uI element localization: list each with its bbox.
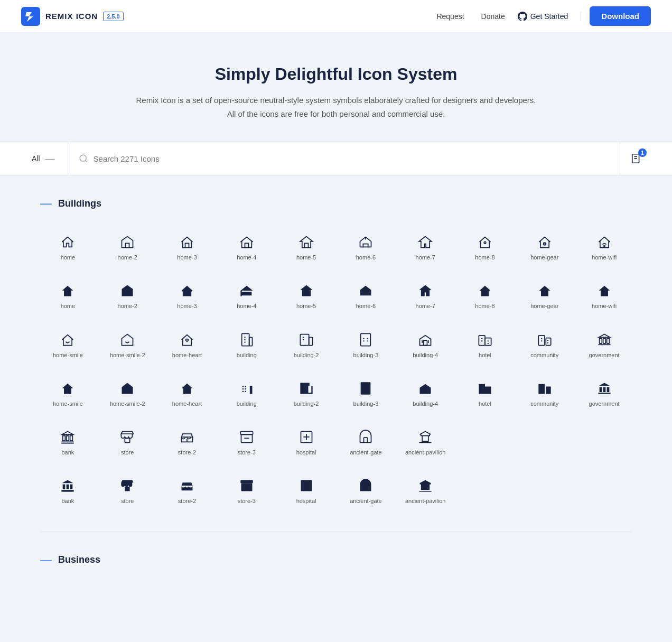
section-divider	[40, 532, 632, 532]
filter-button[interactable]: All —	[19, 142, 68, 175]
github-link[interactable]: Get Started	[518, 12, 582, 21]
list-item[interactable]: bank	[40, 470, 96, 510]
list-item[interactable]: home-smile-2	[100, 324, 155, 364]
list-item[interactable]: store-2	[160, 421, 215, 461]
list-item[interactable]: bank	[40, 421, 96, 461]
list-item[interactable]: home	[40, 275, 96, 315]
icon-label: building	[237, 351, 257, 359]
icon-label: store	[121, 497, 134, 505]
list-item[interactable]: ancient-gate	[338, 421, 394, 461]
building-icon	[239, 332, 254, 347]
list-item[interactable]: ancient-pavilion	[398, 470, 453, 510]
home-smile-icon	[60, 332, 75, 347]
list-item[interactable]: home-wifi	[576, 226, 632, 266]
icon-label: home-3	[177, 302, 197, 310]
list-item[interactable]: home-heart	[160, 373, 215, 413]
list-item[interactable]: community	[517, 324, 572, 364]
svg-rect-33	[538, 335, 545, 345]
list-item[interactable]: home	[40, 226, 96, 266]
icon-label: building-2	[294, 351, 319, 359]
community-filled-icon	[537, 381, 552, 396]
ancient-gate-icon	[358, 430, 373, 444]
icon-label: ancient-gate	[350, 449, 382, 456]
list-item[interactable]: building	[219, 324, 274, 364]
list-item[interactable]: home-smile-2	[100, 373, 155, 413]
list-item[interactable]: ancient-gate	[338, 470, 394, 510]
list-item[interactable]: building-3	[338, 373, 394, 413]
logo[interactable]: REMIX ICON 2.5.0	[21, 7, 124, 26]
section-label-business: Business	[58, 554, 100, 565]
icon-label: home-4	[237, 302, 256, 310]
bank-filled-icon	[60, 478, 75, 493]
list-item[interactable]: building-2	[278, 324, 334, 364]
search-input[interactable]	[94, 154, 609, 163]
list-item[interactable]: home-smile	[40, 373, 96, 413]
list-item[interactable]: home-heart	[160, 324, 215, 364]
building-2-icon	[299, 332, 314, 347]
icon-label: home-5	[296, 302, 316, 310]
svg-rect-49	[67, 436, 69, 441]
icon-row-2: home home-2 home-3 home-4 home-5 home-6 …	[40, 275, 632, 315]
list-item[interactable]: store-3	[219, 421, 274, 461]
svg-rect-53	[125, 439, 130, 443]
cart-badge: 1	[638, 148, 647, 157]
cart-button[interactable]: 1	[620, 142, 653, 175]
list-item[interactable]: home-2	[100, 275, 155, 315]
list-item[interactable]: hotel	[458, 373, 513, 413]
download-button[interactable]: Download	[590, 6, 651, 26]
nav-donate[interactable]: Donate	[481, 12, 505, 21]
list-item[interactable]: home-7	[398, 226, 453, 266]
icon-label: home-2	[118, 254, 137, 261]
list-item[interactable]: home-4	[219, 226, 274, 266]
list-item[interactable]: hospital	[278, 421, 334, 461]
icon-label: home-8	[475, 254, 494, 261]
list-item[interactable]: home-8	[458, 275, 513, 315]
svg-rect-70	[240, 480, 253, 483]
list-item[interactable]: home-3	[160, 275, 215, 315]
list-item[interactable]: building-3	[338, 324, 394, 364]
list-item[interactable]: community	[517, 373, 572, 413]
list-item[interactable]: store-3	[219, 470, 274, 510]
list-item[interactable]: building-4	[398, 324, 453, 364]
search-bar: All — 1	[19, 142, 653, 175]
svg-rect-43	[361, 382, 371, 394]
list-item[interactable]: home-6	[338, 275, 394, 315]
list-item[interactable]: home-5	[278, 226, 334, 266]
icon-label: home-heart	[172, 400, 202, 407]
list-item[interactable]: home-6	[338, 226, 394, 266]
nav-request[interactable]: Request	[436, 12, 464, 21]
icon-label: store-3	[238, 449, 256, 456]
icon-label: home-gear	[530, 254, 558, 261]
list-item[interactable]: government	[576, 324, 632, 364]
home-icon	[60, 235, 75, 249]
list-item[interactable]: store-2	[160, 470, 215, 510]
list-item[interactable]: building-2	[278, 373, 334, 413]
search-input-wrap	[68, 154, 620, 163]
icon-row-4: home-smile home-smile-2 home-heart build…	[40, 373, 632, 413]
list-item[interactable]: store	[100, 470, 155, 510]
list-item[interactable]: hospital	[278, 470, 334, 510]
list-item[interactable]: building-4	[398, 373, 453, 413]
icon-label: home	[61, 254, 76, 261]
list-item[interactable]: home-gear	[517, 275, 572, 315]
list-item[interactable]: home-7	[398, 275, 453, 315]
list-item[interactable]: home-wifi	[576, 275, 632, 315]
svg-rect-48	[63, 436, 66, 441]
list-item[interactable]: store	[100, 421, 155, 461]
svg-rect-19	[361, 333, 371, 346]
list-item[interactable]: home-smile	[40, 324, 96, 364]
list-item[interactable]: home-3	[160, 226, 215, 266]
svg-rect-39	[599, 338, 602, 343]
list-item[interactable]: home-4	[219, 275, 274, 315]
nav-links: Request Donate	[436, 12, 505, 21]
section-dash: —	[40, 197, 52, 210]
list-item[interactable]: government	[576, 373, 632, 413]
list-item[interactable]: home-gear	[517, 226, 572, 266]
list-item[interactable]: building	[219, 373, 274, 413]
list-item[interactable]: hotel	[458, 324, 513, 364]
list-item[interactable]: home-8	[458, 226, 513, 266]
list-item[interactable]: home-2	[100, 226, 155, 266]
list-item[interactable]: home-5	[278, 275, 334, 315]
icon-label: home-smile-2	[110, 351, 145, 359]
list-item[interactable]: ancient-pavilion	[398, 421, 453, 461]
